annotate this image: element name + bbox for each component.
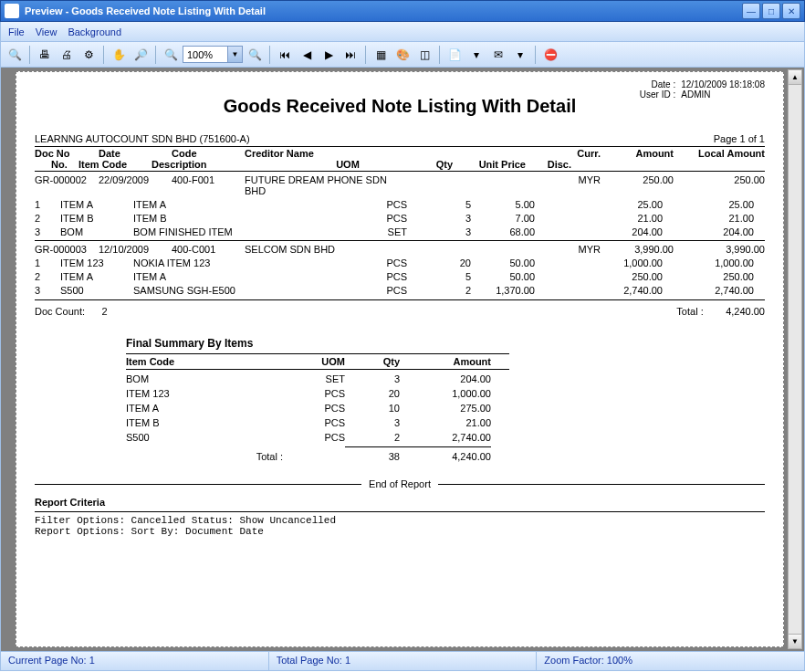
separator	[269, 46, 270, 64]
page-info: Page 1 of 1	[714, 133, 765, 144]
stop-icon[interactable]: ⛔	[540, 45, 560, 65]
hdr-creditor: Creditor Name	[245, 148, 409, 159]
summary-rows: BOMSET3204.00ITEM 123PCS201,000.00ITEM A…	[126, 373, 509, 443]
scroll-up-button[interactable]: ▲	[789, 70, 801, 85]
status-total-page: Total Page No: 1	[269, 652, 538, 670]
doc-item-row: 2ITEM AITEM APCS550.00250.00250.00	[35, 271, 765, 282]
minimize-button[interactable]: —	[742, 3, 760, 19]
doc-item-row: 3BOMBOM FINISHED ITEMSET368.00204.00204.…	[35, 226, 765, 237]
divider	[35, 171, 765, 172]
divider	[35, 146, 765, 147]
menu-file[interactable]: File	[8, 26, 25, 37]
last-page-icon[interactable]: ⏭	[340, 45, 361, 65]
title-bar: Preview - Goods Received Note Listing Wi…	[0, 0, 805, 22]
export-dd-icon[interactable]: ▾	[466, 45, 486, 65]
zoom-out-icon[interactable]: 🔍	[161, 45, 181, 65]
maximize-button[interactable]: □	[762, 3, 780, 19]
zoom-in-icon[interactable]: 🔍	[245, 45, 265, 65]
window-title: Preview - Goods Received Note Listing Wi…	[25, 5, 742, 16]
hdr-curr: Curr.	[559, 148, 601, 159]
watermark-icon[interactable]: ◫	[414, 45, 434, 65]
divider	[35, 299, 765, 300]
criteria-line1: Filter Options: Cancelled Status: Show U…	[35, 515, 765, 526]
total-value: 4,240.00	[726, 306, 765, 317]
hand-icon[interactable]: ✋	[109, 45, 129, 65]
email-icon[interactable]: ✉	[488, 45, 508, 65]
sum-hdr-amount: Amount	[400, 356, 491, 367]
quick-print-icon[interactable]: 🖨	[57, 45, 77, 65]
zoom-input[interactable]	[183, 46, 228, 63]
sum-total-qty: 38	[345, 451, 400, 462]
next-page-icon[interactable]: ▶	[319, 45, 339, 65]
divider	[35, 240, 765, 241]
sum-total-amount: 4,240.00	[400, 451, 491, 462]
document-viewport: Date :12/10/2009 18:18:08 User ID :ADMIN…	[0, 68, 805, 652]
hdr-item-code: Item Code	[78, 159, 152, 170]
margin-right: ▲ ▼	[786, 68, 804, 651]
summary-row: S500PCS22,740.00	[126, 432, 509, 443]
multipage-icon[interactable]: ▦	[371, 45, 391, 65]
toolbar: 🔍 🖶 🖨 ⚙ ✋ 🔎 🔍 ▼ 🔍 ⏮ ◀ ▶ ⏭ ▦ 🎨 ◫ 📄 ▾ ✉ ▾ …	[0, 42, 805, 68]
criteria-title: Report Criteria	[35, 497, 765, 508]
doc-item-row: 1ITEM AITEM APCS55.0025.0025.00	[35, 199, 765, 210]
doc-item-row: 2ITEM BITEM BPCS37.0021.0021.00	[35, 213, 765, 224]
sum-hdr-code: Item Code	[126, 356, 290, 367]
hdr-local-amount: Local Amount	[674, 148, 765, 159]
criteria-line2: Report Options: Sort By: Document Date	[35, 526, 765, 537]
summary-block: Final Summary By Items Item Code UOM Qty…	[126, 337, 509, 462]
hdr-date: Date	[99, 148, 172, 159]
divider	[35, 511, 765, 512]
hdr-desc: Description	[152, 159, 288, 170]
separator	[439, 46, 440, 64]
app-icon	[5, 4, 19, 18]
sum-total-label: Total :	[126, 451, 290, 462]
separator	[535, 46, 536, 64]
hdr-amount: Amount	[601, 148, 674, 159]
doc-count-value: 2	[101, 306, 107, 317]
separator	[155, 46, 156, 64]
doc-count-label: Doc Count:	[35, 306, 85, 317]
total-label: Total :	[676, 306, 703, 317]
print-icon[interactable]: 🖶	[35, 45, 55, 65]
sum-hdr-qty: Qty	[345, 356, 400, 367]
menu-view[interactable]: View	[36, 26, 58, 37]
status-bar: Current Page No: 1 Total Page No: 1 Zoom…	[0, 652, 805, 671]
close-button[interactable]: ✕	[782, 3, 800, 19]
summary-row: ITEM APCS10275.00	[126, 403, 509, 414]
hdr-uom: UOM	[288, 159, 407, 170]
prev-page-icon[interactable]: ◀	[297, 45, 317, 65]
summary-row: ITEM BPCS321.00	[126, 417, 509, 428]
summary-title: Final Summary By Items	[126, 337, 509, 350]
date-value: 12/10/2009 18:18:08	[681, 79, 765, 89]
sum-hdr-uom: UOM	[290, 356, 345, 367]
status-current-page: Current Page No: 1	[1, 652, 269, 670]
menu-bar: File View Background	[0, 22, 805, 42]
vertical-scrollbar[interactable]: ▲ ▼	[788, 69, 802, 649]
color-icon[interactable]: 🎨	[392, 45, 413, 65]
zoom-dropdown-button[interactable]: ▼	[228, 46, 243, 63]
status-zoom: Zoom Factor: 100%	[537, 652, 804, 670]
summary-row: ITEM 123PCS201,000.00	[126, 388, 509, 399]
menu-background[interactable]: Background	[68, 26, 121, 37]
hdr-unit-price: Unit Price	[453, 159, 526, 170]
window-controls: — □ ✕	[742, 3, 800, 19]
divider	[345, 446, 491, 447]
search-icon[interactable]: 🔍	[5, 45, 25, 65]
hdr-doc-no: Doc No	[35, 148, 99, 159]
hdr-code: Code	[172, 148, 245, 159]
hdr-qty: Qty	[407, 159, 453, 170]
userid-value: ADMIN	[681, 89, 710, 100]
separator	[29, 46, 30, 64]
zoom-combo: ▼	[183, 46, 243, 63]
docs-container: GR-00000222/09/2009400-F001FUTURE DREAM …	[35, 174, 765, 296]
email-dd-icon[interactable]: ▾	[510, 45, 530, 65]
zoom-tool-icon[interactable]: 🔎	[131, 45, 151, 65]
first-page-icon[interactable]: ⏮	[275, 45, 295, 65]
end-of-report: End of Report	[35, 478, 765, 489]
company-page-line: LEARNNG AUTOCOUNT SDN BHD (751600-A) Pag…	[35, 133, 765, 144]
page-setup-icon[interactable]: ⚙	[78, 45, 99, 65]
export-icon[interactable]: 📄	[444, 45, 465, 65]
hdr-no: No.	[51, 159, 78, 170]
separator	[365, 46, 366, 64]
scroll-down-button[interactable]: ▼	[789, 634, 801, 648]
